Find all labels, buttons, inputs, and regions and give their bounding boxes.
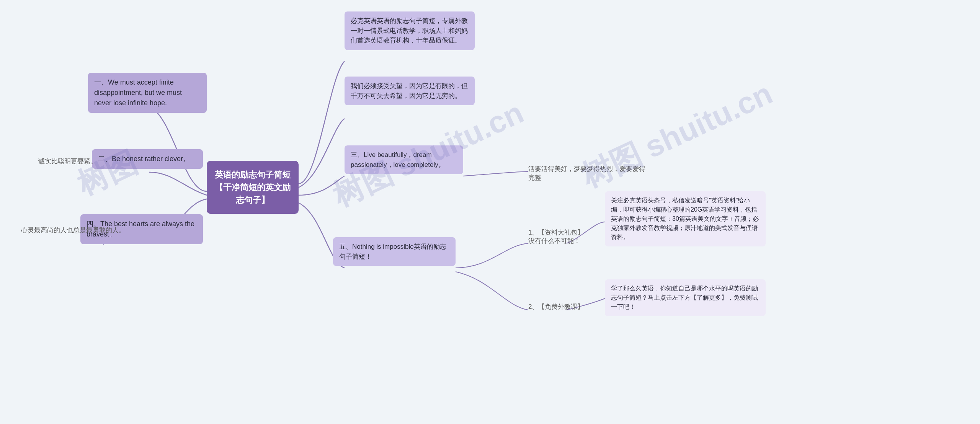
- resource-2-text: 学了那么久英语，你知道自己是哪个水平的吗英语的励志句子简短？马上点击左下方【了解…: [611, 285, 758, 310]
- label-honest: 诚实比聪明更要紧。: [38, 157, 97, 166]
- resource-node-1: 关注必克英语头条号，私信发送暗号"英语资料"给小编，即可获得小编精心整理的20G…: [605, 191, 766, 246]
- node-r2: 我们必须接受失望，因为它是有限的，但千万不可失去希望，因为它是无穷的。: [345, 77, 475, 105]
- node-r2-label: 我们必须接受失望，因为它是有限的，但千万不可失去希望，因为它是无穷的。: [351, 82, 468, 99]
- center-node: 英语的励志句子简短【干净简短的英文励志句子】: [207, 161, 299, 214]
- bullet-2: 2、【免费外教课】: [528, 302, 584, 311]
- node-r5-label: 五、Nothing is impossible英语的励志句子简短！: [339, 243, 446, 260]
- label-impossible: 没有什么不可能！: [528, 236, 605, 245]
- center-label: 英语的励志句子简短【干净简短的英文励志句子】: [215, 170, 291, 205]
- label-brave: 心灵最高尚的人也总是最勇敢的人。: [21, 226, 125, 235]
- node-2-label: 二、Be honest rather clever。: [98, 155, 190, 163]
- node-2: 二、Be honest rather clever。: [92, 149, 203, 169]
- resource-node-2: 学了那么久英语，你知道自己是哪个水平的吗英语的励志句子简短？马上点击左下方【了解…: [605, 279, 766, 316]
- node-r3: 三、Live beautifully，dream passionately，lo…: [345, 145, 463, 174]
- node-1: 一、We must accept finite disappointment, …: [88, 73, 207, 113]
- connections-svg: [0, 0, 980, 424]
- node-r3-label: 三、Live beautifully，dream passionately，lo…: [351, 151, 445, 168]
- resource-1-text: 关注必克英语头条号，私信发送暗号"英语资料"给小编，即可获得小编精心整理的20G…: [611, 197, 759, 240]
- bullet-1: 1、【资料大礼包】: [528, 228, 584, 237]
- node-r5: 五、Nothing is impossible英语的励志句子简短！: [333, 237, 456, 266]
- node-ad-label: 必克英语英语的励志句子简短，专属外教一对一情景式电话教学，职场人士和妈妈们首选英…: [351, 17, 468, 44]
- label-live: 活要活得美好，梦要梦得热烈，爱要爱得完整: [528, 165, 651, 182]
- mind-map-container: 英语的励志句子简短【干净简短的英文励志句子】 一、We must accept …: [0, 0, 980, 424]
- node-1-label: 一、We must accept finite disappointment, …: [94, 78, 182, 107]
- node-ad: 必克英语英语的励志句子简短，专属外教一对一情景式电话教学，职场人士和妈妈们首选英…: [345, 11, 475, 50]
